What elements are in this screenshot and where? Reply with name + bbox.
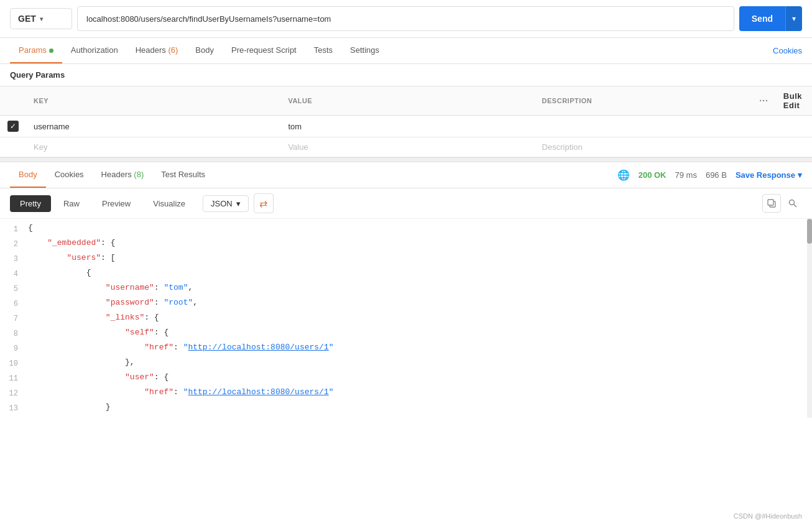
json-select-chevron-icon: ▾: [236, 199, 241, 208]
empty-key-cell[interactable]: Key: [26, 137, 280, 157]
scrollbar-thumb[interactable]: [807, 219, 812, 244]
response-time: 79 ms: [675, 170, 697, 180]
params-table: KEY VALUE DESCRIPTION ··· Bulk Edit ✓ us…: [0, 86, 812, 157]
response-meta: 🌐 200 OK 79 ms 696 B Save Response ▾: [617, 169, 802, 181]
preview-button[interactable]: Preview: [92, 195, 141, 212]
svg-line-3: [794, 205, 796, 207]
row-value-cell: tom: [280, 116, 534, 137]
response-tab-headers[interactable]: Headers (8): [93, 162, 153, 188]
link-users-1-a[interactable]: http://localhost:8080/users/1: [188, 343, 328, 352]
row-key-cell: username: [26, 116, 280, 137]
params-dot: [49, 48, 53, 53]
url-input[interactable]: [77, 6, 734, 31]
code-line-7: 7 "_links": {: [0, 311, 812, 326]
cookies-link[interactable]: Cookies: [773, 39, 802, 63]
code-line-11: 11 "user": {: [0, 371, 812, 385]
options-icon[interactable]: ···: [759, 96, 768, 106]
wrap-icon: ⇄: [259, 198, 267, 210]
code-line-4: 4 {: [0, 266, 812, 281]
send-button-group: Send ▾: [739, 6, 802, 31]
empty-desc-cell[interactable]: Description: [535, 137, 752, 157]
tab-authorization[interactable]: Authorization: [62, 38, 127, 63]
row-options-cell: [752, 116, 776, 137]
code-body[interactable]: 1 { 2 "_embedded": { 3 "users": [ 4 { 5 …: [0, 219, 812, 418]
save-response-button[interactable]: Save Response ▾: [736, 170, 802, 180]
code-area: 1 { 2 "_embedded": { 3 "users": [ 4 { 5 …: [0, 219, 812, 418]
request-tabs-row: Params Authorization Headers (6) Body Pr…: [0, 38, 812, 64]
query-params-title: Query Params: [0, 64, 812, 86]
th-value: VALUE: [280, 86, 534, 116]
code-line-9: 9 "href": "http://localhost:8080/users/1…: [0, 341, 812, 356]
empty-checkbox-cell: [0, 137, 26, 157]
svg-rect-1: [768, 200, 773, 205]
code-line-10: 10 },: [0, 356, 812, 371]
link-users-1-b[interactable]: http://localhost:8080/users/1: [188, 387, 328, 397]
empty-row: Key Value Description: [0, 137, 812, 157]
tab-pre-request[interactable]: Pre-request Script: [223, 38, 305, 63]
th-key: KEY: [26, 86, 280, 116]
tab-headers[interactable]: Headers (6): [127, 38, 187, 63]
copy-button[interactable]: [762, 194, 781, 213]
section-divider: [0, 157, 812, 162]
code-line-13: 13 }: [0, 400, 812, 415]
tab-tests[interactable]: Tests: [305, 38, 341, 63]
response-size: 696 B: [706, 170, 727, 180]
th-options: ···: [752, 86, 776, 116]
search-icon: [788, 198, 798, 208]
method-chevron-icon: ▾: [40, 16, 43, 22]
save-response-chevron-icon: ▾: [798, 170, 802, 180]
send-dropdown-button[interactable]: ▾: [785, 6, 802, 31]
scrollbar-track: [807, 219, 812, 418]
row-desc-cell[interactable]: [535, 116, 752, 137]
code-line-3: 3 "users": [: [0, 251, 812, 266]
response-tab-body[interactable]: Body: [10, 162, 46, 188]
raw-button[interactable]: Raw: [53, 195, 90, 212]
pretty-button[interactable]: Pretty: [10, 195, 51, 212]
search-button[interactable]: [783, 194, 802, 213]
status-badge: 200 OK: [639, 170, 667, 180]
globe-icon: 🌐: [617, 169, 630, 181]
tab-params[interactable]: Params: [10, 38, 62, 63]
code-line-5: 5 "username": "tom",: [0, 281, 812, 296]
tab-body[interactable]: Body: [187, 38, 223, 63]
row-checkbox-cell[interactable]: ✓: [0, 116, 26, 137]
code-line-8: 8 "self": {: [0, 326, 812, 341]
response-tab-cookies[interactable]: Cookies: [46, 162, 93, 188]
code-line-12: 12 "href": "http://localhost:8080/users/…: [0, 385, 812, 400]
checkbox-checked-icon: ✓: [7, 121, 19, 132]
top-bar: GET ▾ Send ▾: [0, 0, 812, 38]
method-label: GET: [18, 14, 36, 24]
th-description: DESCRIPTION: [535, 86, 752, 116]
wrap-button[interactable]: ⇄: [254, 193, 274, 213]
row-bulk-cell: [776, 116, 812, 137]
visualize-button[interactable]: Visualize: [143, 195, 195, 212]
tab-settings[interactable]: Settings: [341, 38, 388, 63]
empty-value-cell[interactable]: Value: [280, 137, 534, 157]
format-toolbar: Pretty Raw Preview Visualize JSON ▾ ⇄: [0, 188, 812, 219]
code-line-2: 2 "_embedded": {: [0, 236, 812, 251]
code-line-1: 1 {: [0, 221, 812, 236]
th-checkbox: [0, 86, 26, 116]
send-main-button[interactable]: Send: [739, 6, 785, 31]
table-row: ✓ username tom: [0, 116, 812, 137]
th-bulk-edit: Bulk Edit: [776, 86, 812, 116]
code-line-6: 6 "password": "root",: [0, 296, 812, 311]
json-format-select[interactable]: JSON ▾: [203, 195, 249, 212]
method-select[interactable]: GET ▾: [10, 8, 72, 29]
response-tab-test-results[interactable]: Test Results: [152, 162, 214, 188]
copy-icon: [767, 198, 777, 208]
response-tabs-row: Body Cookies Headers (8) Test Results 🌐 …: [0, 162, 812, 188]
